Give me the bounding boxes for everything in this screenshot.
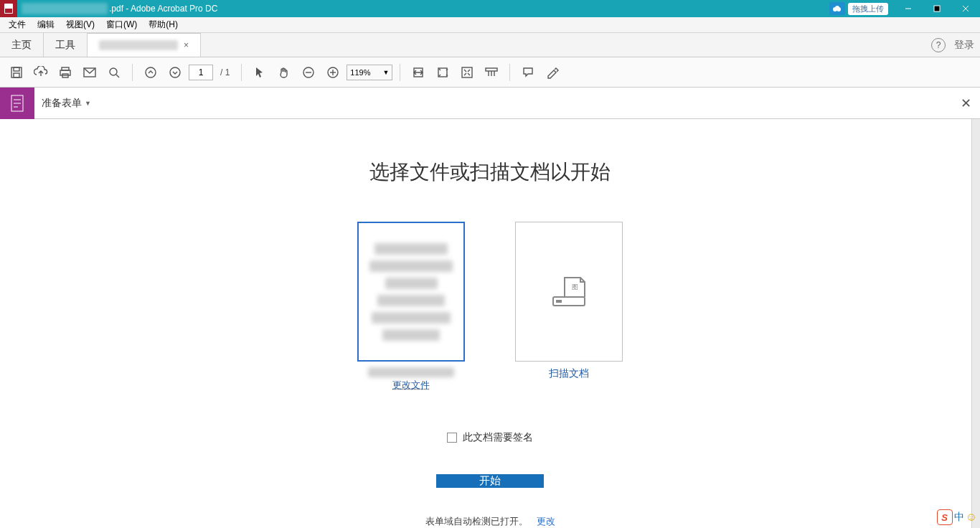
menu-help[interactable]: 帮助(H)	[143, 17, 184, 32]
title-filename-blurred	[22, 3, 108, 14]
svg-point-16	[146, 67, 156, 77]
print-icon[interactable]	[55, 62, 76, 83]
window-minimize-button[interactable]	[894, 0, 923, 17]
chevron-down-icon: ▼	[382, 69, 389, 76]
tab-doc-name-blurred	[99, 40, 178, 50]
prepare-form-dropdown[interactable]: 准备表单 ▼	[34, 97, 98, 110]
help-icon[interactable]: ?	[931, 38, 946, 52]
save-icon[interactable]	[6, 62, 27, 83]
autodetect-footnote: 表单域自动检测已打开。 更改	[425, 515, 555, 528]
fullscreen-icon[interactable]	[456, 62, 478, 83]
cloud-upload-icon[interactable]	[30, 62, 52, 83]
autodetect-change-link[interactable]: 更改	[537, 515, 555, 528]
choice-scan-document[interactable]: 图 扫描文档	[512, 222, 626, 392]
search-icon[interactable]	[103, 62, 125, 83]
read-mode-icon[interactable]	[481, 62, 502, 83]
close-tool-button[interactable]: ✕	[951, 95, 980, 111]
fit-width-icon[interactable]	[407, 62, 429, 83]
start-button-label: 开始	[479, 474, 501, 488]
drag-upload-button[interactable]: 拖拽上传	[848, 3, 888, 15]
vertical-scrollbar[interactable]	[971, 119, 980, 528]
tab-tools[interactable]: 工具	[44, 33, 88, 57]
acrobat-app-icon	[0, 0, 17, 17]
smile-icon[interactable]: ☺	[966, 511, 977, 524]
window-title: .pdf - Adobe Acrobat Pro DC	[109, 4, 217, 14]
ime-tray: S 中 ☺	[937, 509, 977, 525]
page-number-input[interactable]	[189, 65, 213, 80]
start-button[interactable]: 开始	[436, 474, 544, 488]
zoom-in-icon[interactable]	[322, 62, 344, 83]
menu-bar: 文件 编辑 视图(V) 窗口(W) 帮助(H)	[0, 17, 980, 33]
menu-view[interactable]: 视图(V)	[60, 17, 100, 32]
zoom-out-icon[interactable]	[298, 62, 319, 83]
signature-checkbox[interactable]	[447, 433, 457, 443]
app-tab-strip: 主页 工具 × ? 登录	[0, 33, 980, 57]
svg-rect-11	[60, 70, 70, 75]
menu-edit[interactable]: 编辑	[32, 17, 60, 32]
source-choice-row: 更改文件 图 扫描文档	[354, 222, 626, 392]
svg-point-17	[170, 67, 180, 77]
chevron-down-icon: ▼	[85, 100, 91, 107]
zoom-value: 119%	[350, 68, 370, 77]
current-file-thumbnail	[357, 222, 465, 362]
current-file-name-blurred	[368, 367, 454, 377]
window-close-button[interactable]	[951, 0, 980, 17]
main-toolbar: / 1 119% ▼	[0, 57, 980, 88]
tab-current-document[interactable]: ×	[88, 33, 201, 57]
svg-line-15	[116, 75, 119, 77]
page-total-label: / 1	[220, 67, 230, 77]
svg-text:图: 图	[572, 283, 578, 291]
pointer-tool-icon[interactable]	[249, 62, 270, 83]
svg-point-2	[835, 6, 839, 10]
cloud-sync-icon[interactable]	[829, 2, 845, 15]
main-content: 选择文件或扫描文档以开始 更改文件 图	[0, 119, 980, 528]
login-link[interactable]: 登录	[954, 39, 974, 52]
page-up-icon[interactable]	[140, 62, 161, 83]
scanner-icon: 图	[547, 272, 590, 311]
hand-tool-icon[interactable]	[273, 62, 295, 83]
autodetect-text: 表单域自动检测已打开。	[425, 515, 528, 528]
signature-checkbox-label: 此文档需要签名	[463, 431, 533, 444]
fit-page-icon[interactable]	[432, 62, 453, 83]
svg-rect-35	[556, 300, 562, 303]
svg-rect-26	[486, 68, 497, 71]
email-icon[interactable]	[79, 62, 100, 83]
choice-current-file[interactable]: 更改文件	[354, 222, 468, 392]
page-heading: 选择文件或扫描文档以开始	[369, 159, 611, 186]
svg-rect-4	[934, 6, 940, 11]
sogou-ime-icon[interactable]: S	[937, 509, 953, 525]
tab-home[interactable]: 主页	[0, 33, 44, 57]
ime-lang-label[interactable]: 中	[954, 511, 964, 524]
window-maximize-button[interactable]	[923, 0, 951, 17]
comment-icon[interactable]	[517, 62, 539, 83]
page-down-icon[interactable]	[164, 62, 186, 83]
svg-rect-7	[11, 67, 22, 77]
window-titlebar: .pdf - Adobe Acrobat Pro DC 拖拽上传	[0, 0, 980, 17]
svg-rect-25	[462, 67, 472, 77]
svg-point-14	[110, 68, 117, 75]
zoom-select[interactable]: 119% ▼	[347, 65, 392, 80]
signature-required-row[interactable]: 此文档需要签名	[447, 431, 533, 444]
scan-label: 扫描文档	[549, 367, 589, 380]
highlight-icon[interactable]	[542, 62, 563, 83]
menu-window[interactable]: 窗口(W)	[100, 17, 143, 32]
scan-thumbnail: 图	[515, 222, 623, 362]
drag-upload-label: 拖拽上传	[852, 4, 884, 14]
prepare-form-tool-icon	[0, 88, 34, 119]
tool-sub-bar: 准备表单 ▼ ✕	[0, 88, 980, 119]
tab-close-icon[interactable]: ×	[184, 40, 189, 50]
prepare-form-label: 准备表单	[42, 97, 82, 110]
menu-file[interactable]: 文件	[3, 17, 32, 32]
change-file-link[interactable]: 更改文件	[392, 379, 430, 392]
svg-rect-9	[14, 73, 19, 77]
svg-rect-8	[14, 67, 19, 71]
